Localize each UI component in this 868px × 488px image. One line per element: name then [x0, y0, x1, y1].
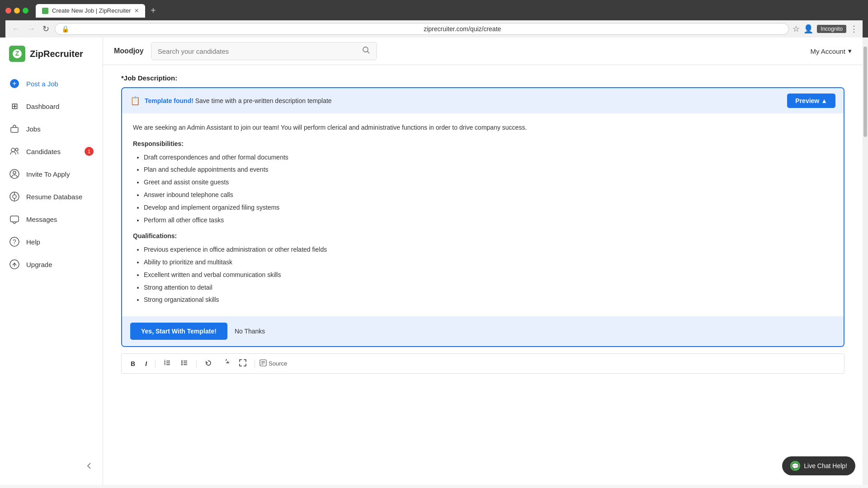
svg-point-18 — [363, 47, 368, 52]
sidebar-item-dashboard[interactable]: ⊞ Dashboard — [0, 95, 103, 117]
sidebar-logo: Z ZipRecruiter — [0, 38, 103, 69]
sidebar-item-jobs[interactable]: Jobs — [0, 118, 103, 140]
account-circle-icon[interactable]: 👤 — [803, 24, 813, 34]
back-button[interactable]: ← — [10, 23, 22, 35]
sidebar-item-invite-to-apply[interactable]: Invite To Apply — [0, 163, 103, 185]
source-button[interactable]: Source — [259, 359, 287, 368]
redo-button[interactable] — [218, 357, 233, 370]
help-icon: ? — [9, 236, 20, 247]
sidebar: Z ZipRecruiter + Post a Job ⊞ Dashboard … — [0, 38, 103, 485]
unordered-list-button[interactable] — [177, 357, 192, 370]
list-item: Draft correspondences and other formal d… — [144, 152, 833, 163]
document-icon: 📋 — [130, 96, 140, 106]
logo-icon: Z — [9, 46, 25, 62]
template-bold-text: Template found! — [145, 97, 193, 104]
sidebar-item-resume-database[interactable]: Resume Database — [0, 186, 103, 207]
nav-controls: ← → ↻ 🔒 ziprecruiter.com/quiz/create ☆ 👤… — [5, 20, 863, 38]
list-item: Excellent written and verbal communicati… — [144, 270, 833, 281]
expand-button[interactable] — [236, 357, 250, 370]
candidates-icon — [9, 146, 20, 157]
responsibilities-title: Responsibilities: — [133, 139, 833, 150]
new-tab-button[interactable]: + — [147, 4, 160, 18]
window-close[interactable] — [23, 8, 28, 14]
window-minimize[interactable] — [5, 8, 11, 14]
qualifications-list: Previous experience in office administra… — [133, 244, 833, 305]
preview-button[interactable]: Preview ▲ — [787, 94, 835, 108]
list-item: Previous experience in office administra… — [144, 244, 833, 255]
responsibilities-list: Draft correspondences and other formal d… — [133, 152, 833, 226]
company-name: Moodjoy — [114, 47, 144, 55]
forward-button[interactable]: → — [25, 23, 37, 35]
sidebar-label-post-a-job: Post a Job — [26, 80, 58, 88]
sidebar-label-resume-database: Resume Database — [26, 193, 82, 201]
briefcase-icon — [9, 123, 20, 134]
header: Moodjoy My Account ▾ — [103, 38, 863, 65]
svg-text:?: ? — [13, 238, 16, 245]
sidebar-label-candidates: Candidates — [26, 148, 61, 155]
toolbar-separator — [155, 360, 156, 368]
sidebar-item-candidates[interactable]: Candidates 1 — [0, 141, 103, 162]
sidebar-nav: + Post a Job ⊞ Dashboard Jobs Candidates… — [0, 69, 103, 279]
my-account-label: My Account — [810, 47, 845, 55]
template-card: 📋 Template found! Save time with a pre-w… — [121, 87, 844, 347]
invite-icon — [9, 169, 20, 179]
list-item: Develop and implement organized filing s… — [144, 202, 833, 213]
upgrade-icon — [9, 259, 20, 270]
list-item: Strong organizational skills — [144, 295, 833, 305]
editor-toolbar: B I 1.2.3. — [121, 353, 844, 374]
bold-button[interactable]: B — [127, 358, 139, 369]
list-item: Plan and schedule appointments and event… — [144, 164, 833, 175]
sidebar-label-invite-to-apply: Invite To Apply — [26, 170, 70, 178]
sidebar-label-dashboard: Dashboard — [26, 103, 59, 110]
ordered-list-button[interactable]: 1.2.3. — [160, 357, 175, 370]
svg-text:Z: Z — [15, 50, 19, 57]
search-icon — [362, 46, 370, 56]
window-maximize[interactable] — [14, 8, 20, 14]
source-label: Source — [269, 360, 287, 367]
template-banner-content: Template found! Save time with a pre-wri… — [145, 97, 332, 104]
job-description-label: *Job Description: — [121, 74, 844, 82]
live-chat-button[interactable]: 💬 Live Chat Help! — [782, 456, 855, 475]
template-body: We are seeking an Admin Assistant to joi… — [122, 113, 844, 316]
svg-point-6 — [15, 148, 18, 151]
live-chat-label: Live Chat Help! — [804, 462, 847, 469]
sidebar-item-help[interactable]: ? Help — [0, 231, 103, 253]
template-intro: We are seeking an Admin Assistant to joi… — [133, 122, 833, 133]
address-bar[interactable]: 🔒 ziprecruiter.com/quiz/create — [55, 23, 789, 35]
bookmark-star-icon[interactable]: ☆ — [793, 24, 800, 34]
scrollbar-thumb[interactable] — [863, 47, 867, 137]
svg-point-8 — [13, 171, 16, 174]
template-actions: Yes, Start With Template! No Thanks — [122, 316, 844, 346]
browser-tabs: Create New Job | ZipRecruiter × + — [5, 4, 863, 18]
italic-button[interactable]: I — [142, 358, 151, 369]
svg-point-31 — [181, 364, 183, 366]
search-bar[interactable] — [151, 42, 377, 60]
yes-start-template-button[interactable]: Yes, Start With Template! — [130, 323, 227, 340]
address-text: ziprecruiter.com/quiz/create — [424, 25, 782, 33]
active-tab[interactable]: Create New Job | ZipRecruiter × — [36, 4, 145, 18]
undo-button[interactable] — [201, 357, 216, 370]
qualifications-title: Qualifications: — [133, 231, 833, 242]
sidebar-item-upgrade[interactable]: Upgrade — [0, 253, 103, 275]
refresh-button[interactable]: ↻ — [41, 23, 51, 35]
lock-icon: 🔒 — [61, 25, 420, 33]
no-thanks-button[interactable]: No Thanks — [235, 328, 265, 335]
scrollbar-track[interactable] — [863, 38, 868, 485]
tab-close-button[interactable]: × — [135, 7, 139, 15]
candidates-badge: 1 — [85, 147, 94, 156]
sidebar-collapse-button[interactable] — [0, 456, 103, 476]
sidebar-item-messages[interactable]: Messages — [0, 208, 103, 230]
my-account-button[interactable]: My Account ▾ — [810, 47, 852, 55]
toolbar-separator-3 — [255, 360, 255, 368]
header-right: My Account ▾ — [810, 47, 852, 55]
search-input[interactable] — [158, 47, 359, 55]
svg-point-10 — [13, 195, 16, 198]
tab-favicon — [42, 8, 48, 14]
menu-dots-icon[interactable]: ⋮ — [850, 24, 858, 34]
svg-text:3.: 3. — [164, 363, 166, 366]
sidebar-label-upgrade: Upgrade — [26, 261, 52, 268]
svg-line-19 — [367, 52, 369, 54]
sidebar-label-jobs: Jobs — [26, 125, 41, 133]
sidebar-label-messages: Messages — [26, 216, 57, 223]
sidebar-item-post-a-job[interactable]: + Post a Job — [0, 73, 103, 94]
